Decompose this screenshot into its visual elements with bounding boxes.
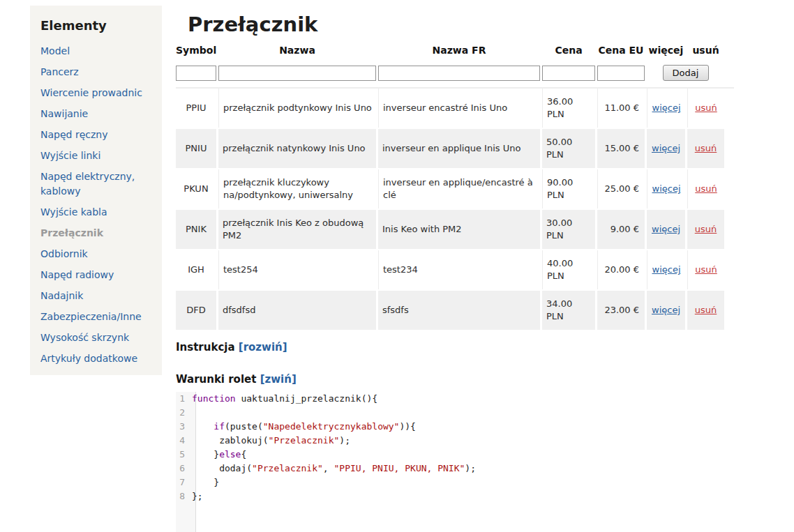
row-delete-link[interactable]: usuń	[695, 304, 717, 317]
row-more-link[interactable]: więcej	[652, 223, 680, 236]
cell-nazwa: przełącznik natynkowy Inis Uno	[218, 129, 376, 168]
column-header-wiecej: więcej	[647, 45, 685, 56]
sidebar-item-link[interactable]: Wyjście kabla	[40, 206, 107, 218]
cell-cena-eu: 20.00 €	[597, 250, 645, 289]
cell-nazwa-fr: inverseur en applique Inis Uno	[378, 129, 540, 168]
code-line: 1function uaktualnij_przelacznik(){	[176, 392, 734, 406]
sidebar-item-link[interactable]: Wiercenie prowadnic	[40, 87, 142, 98]
nazwa-fr-input[interactable]	[378, 66, 540, 81]
sidebar-item-link[interactable]: Napęd elektryczny, kablowy	[40, 171, 135, 197]
table-header-row: Symbol Nazwa Nazwa FR Cena Cena EU więce…	[176, 45, 734, 56]
row-delete-link[interactable]: usuń	[695, 142, 717, 155]
sidebar-item-wyjście-linki[interactable]: Wyjście linki	[40, 149, 155, 163]
cell-symbol: PPIU	[176, 89, 216, 128]
cell-nazwa: przełącznik kluczykowy na/podtynkowy, un…	[218, 169, 376, 208]
table-row: PNIU przełącznik natynkowy Inis Uno inve…	[176, 129, 734, 168]
code-line-text: function uaktualnij_przelacznik(){	[192, 392, 377, 406]
code-editor[interactable]: 1function uaktualnij_przelacznik(){23 if…	[176, 392, 734, 532]
code-line-text: dodaj("Przelacznik", "PPIU, PNIU, PKUN, …	[192, 462, 476, 476]
row-delete-link[interactable]: usuń	[695, 264, 717, 276]
cena-eu-input[interactable]	[597, 66, 645, 81]
cell-cena-eu: 23.00 €	[597, 291, 645, 330]
cell-nazwa: dfsdfsd	[218, 291, 376, 330]
cell-symbol: PNIK	[176, 210, 216, 249]
sidebar-item-nadajnik[interactable]: Nadajnik	[40, 289, 155, 303]
add-button[interactable]: Dodaj	[663, 65, 709, 81]
cell-cena-eu: 15.00 €	[597, 129, 645, 168]
table-row: PPIU przełącznik podtynkowy Inis Uno inv…	[176, 89, 734, 128]
sidebar-item-link[interactable]: Nawijanie	[40, 108, 88, 119]
page-title: Przełącznik	[188, 13, 734, 36]
row-more-link[interactable]: więcej	[652, 304, 680, 317]
code-line-text: }	[192, 476, 219, 489]
row-delete-link[interactable]: usuń	[695, 102, 717, 114]
cell-cena-eu: 11.00 €	[597, 89, 645, 128]
code-line-text: zablokuj("Przelacznik");	[192, 434, 350, 448]
row-more-link[interactable]: więcej	[652, 264, 681, 276]
sidebar-item-artykuły-dodatkowe[interactable]: Artykuły dodatkowe	[40, 351, 155, 366]
column-header-nazwa: Nazwa	[218, 45, 376, 56]
sidebar-item-link[interactable]: Wysokość skrzynk	[40, 332, 129, 343]
cell-nazwa: przełącznik podtynkowy Inis Uno	[218, 89, 376, 128]
sidebar-item-link[interactable]: Model	[40, 45, 70, 56]
sidebar-item-napęd-ręczny[interactable]: Napęd ręczny	[40, 128, 155, 142]
sidebar-item-wysokość-skrzynk[interactable]: Wysokość skrzynk	[40, 330, 155, 345]
sidebar-item-link[interactable]: Zabezpieczenia/Inne	[40, 311, 142, 322]
section-title: Instrukcja	[176, 341, 235, 354]
cell-nazwa-fr: Inis Keo with PM2	[378, 210, 540, 249]
sidebar-item-napęd-radiowy[interactable]: Napęd radiowy	[40, 268, 155, 282]
sidebar-item-napęd-elektryczny-kablowy[interactable]: Napęd elektryczny, kablowy	[40, 169, 155, 199]
collapse-toggle-link[interactable]: [zwiń]	[260, 373, 297, 386]
sidebar-item-link[interactable]: Odbiornik	[40, 248, 88, 259]
table-row: IGH test254 test234 40.00 PLN 20.00 € wi…	[176, 250, 734, 289]
row-delete-link[interactable]: usuń	[695, 223, 717, 236]
sidebar: Elementy Model Pancerz Wiercenie prowadn…	[30, 6, 162, 375]
sidebar-item-link[interactable]: Wyjście linki	[40, 150, 100, 161]
sidebar-title: Elementy	[40, 18, 155, 33]
table-row: DFD dfsdfsd sfsdfs 34.00 PLN 23.00 € wię…	[176, 291, 734, 330]
sidebar-item-link[interactable]: Napęd radiowy	[40, 269, 114, 280]
section-heading-instrukcja: Instrukcja [rozwiń]	[176, 341, 734, 354]
sidebar-item-wyjście-kabla[interactable]: Wyjście kabla	[40, 205, 155, 220]
sidebar-item-link[interactable]: Pancerz	[40, 66, 79, 77]
line-number: 4	[176, 434, 192, 448]
expand-toggle-link[interactable]: [rozwiń]	[239, 341, 287, 354]
row-delete-link[interactable]: usuń	[695, 183, 717, 195]
row-more-link[interactable]: więcej	[652, 102, 681, 114]
code-line: 6 dodaj("Przelacznik", "PPIU, PNIU, PKUN…	[176, 462, 734, 476]
line-number: 5	[176, 448, 192, 462]
sidebar-item-zabezpieczenia-inne[interactable]: Zabezpieczenia/Inne	[40, 310, 155, 324]
column-header-usun: usuń	[687, 45, 724, 56]
sidebar-item-przełącznik[interactable]: Przełącznik	[40, 226, 155, 241]
sidebar-item-model[interactable]: Model	[40, 44, 155, 59]
line-number: 3	[176, 420, 192, 434]
sidebar-item-pancerz[interactable]: Pancerz	[40, 65, 155, 79]
cell-nazwa: test254	[218, 250, 376, 289]
code-line-text: }else{	[192, 448, 246, 462]
cell-cena: 30.00 PLN	[542, 210, 595, 249]
sidebar-item-link[interactable]: Napęd ręczny	[40, 129, 107, 140]
symbol-input[interactable]	[176, 66, 216, 81]
add-row-form: Dodaj	[176, 65, 734, 81]
code-line: 3 if(puste("Napedelektrycznykablowy")){	[176, 420, 734, 434]
nazwa-input[interactable]	[218, 66, 376, 81]
sidebar-nav: Model Pancerz Wiercenie prowadnic Nawija…	[40, 44, 155, 366]
cell-nazwa-fr: test234	[378, 250, 540, 289]
cell-symbol: PKUN	[176, 169, 216, 208]
code-line: 5 }else{	[176, 448, 734, 462]
sidebar-item-link[interactable]: Nadajnik	[40, 290, 83, 301]
row-more-link[interactable]: więcej	[652, 183, 681, 195]
cell-symbol: DFD	[176, 291, 216, 330]
row-more-link[interactable]: więcej	[652, 142, 680, 155]
sidebar-item-link[interactable]: Artykuły dodatkowe	[40, 353, 137, 364]
sidebar-item-nawijanie[interactable]: Nawijanie	[40, 107, 155, 121]
cell-symbol: PNIU	[176, 129, 216, 168]
cell-nazwa: przełącznik Inis Keo z obudową PM2	[218, 210, 376, 249]
sidebar-item-odbiornik[interactable]: Odbiornik	[40, 247, 155, 261]
sidebar-item-wiercenie-prowadnic[interactable]: Wiercenie prowadnic	[40, 86, 155, 100]
code-line-text: if(puste("Napedelektrycznykablowy")){	[192, 420, 416, 434]
line-number: 6	[176, 462, 192, 476]
cell-nazwa-fr: sfsdfs	[378, 291, 540, 330]
cena-input[interactable]	[542, 66, 595, 81]
code-line: 4 zablokuj("Przelacznik");	[176, 434, 734, 448]
